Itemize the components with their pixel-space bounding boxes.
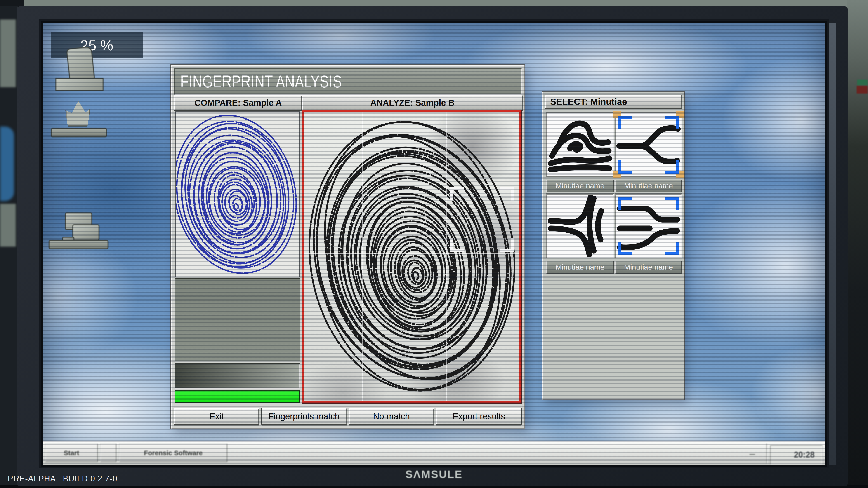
bracket-corner-icon bbox=[450, 238, 464, 252]
tray-divider bbox=[766, 444, 767, 464]
tray-collapse-icon: – bbox=[745, 448, 759, 459]
compare-header-label: COMPARE: Sample A bbox=[194, 98, 282, 108]
fingerprint-a-graphic bbox=[176, 111, 299, 277]
comparison-progress-fill bbox=[175, 391, 299, 402]
start-button[interactable]: Start bbox=[45, 444, 98, 462]
analyze-header-label: ANALYZE: Sample B bbox=[370, 98, 454, 108]
room-left-edge bbox=[0, 6, 18, 488]
bifurcation-icon[interactable] bbox=[615, 113, 682, 176]
minutiae-name-button[interactable]: Minutiae name bbox=[615, 261, 682, 273]
compare-info-box bbox=[175, 278, 300, 361]
window-title: FINGERPRINT ANALYSIS bbox=[175, 72, 342, 91]
sample-a-fingerprint-image[interactable] bbox=[175, 111, 300, 277]
minutiae-option-4[interactable]: Minutiae name bbox=[615, 194, 682, 273]
minutiae-name-button[interactable]: Minutiae name bbox=[615, 180, 682, 192]
bezel-inner-highlight bbox=[826, 23, 836, 465]
grid-line-horizontal bbox=[304, 253, 520, 254]
minutiae-name-button[interactable]: Minutiae name bbox=[546, 261, 614, 273]
crown-icon[interactable] bbox=[65, 100, 90, 127]
minutiae-option-2[interactable]: Minutiae name bbox=[615, 113, 682, 192]
analyze-sample-header: ANALYZE: Sample B bbox=[302, 95, 523, 110]
monitor-brand-label: SΛMSULE bbox=[393, 468, 475, 482]
no-match-button[interactable]: No match bbox=[349, 409, 434, 424]
quick-launch-button[interactable] bbox=[100, 444, 116, 462]
selection-brackets[interactable] bbox=[450, 187, 514, 252]
room-right-edge bbox=[847, 0, 868, 488]
minutiae-panel-header: SELECT: Minutiae bbox=[546, 95, 682, 108]
room-prop-green bbox=[857, 79, 868, 86]
fingerprints-match-button[interactable]: Fingerprints match bbox=[262, 409, 346, 424]
desktop-screen: 25 % FINGERPRINT ANALYSIS COMPARE: Sampl… bbox=[43, 23, 825, 465]
minutiae-name-button[interactable]: Minutiae name bbox=[546, 180, 614, 192]
room-prop bbox=[0, 20, 16, 87]
minutiae-option-3[interactable]: Minutiae name bbox=[546, 194, 614, 273]
window-title-bar[interactable]: FINGERPRINT ANALYSIS bbox=[174, 68, 522, 95]
sample-b-analysis-viewport[interactable] bbox=[302, 110, 521, 403]
game-screen: SΛMSULE 25 % FINGERPRINT ANALYSIS bbox=[0, 0, 868, 488]
forensic-software-task-button[interactable]: Forensic Software bbox=[119, 444, 227, 462]
window-button-row: Exit Fingerprints match No match Export … bbox=[174, 409, 521, 424]
minutiae-header-label: SELECT: Minutiae bbox=[550, 97, 627, 107]
taskbar-clock: 20:28 bbox=[770, 445, 822, 464]
exit-button[interactable]: Exit bbox=[174, 409, 259, 424]
grid-line-vertical bbox=[446, 112, 447, 401]
bracket-corner-icon bbox=[500, 187, 514, 201]
computer-icon-body[interactable] bbox=[72, 224, 99, 240]
shelf-icon bbox=[49, 240, 108, 249]
room-prop bbox=[0, 204, 16, 247]
ridge-split-icon[interactable] bbox=[615, 194, 682, 258]
arch-pattern-icon[interactable] bbox=[546, 113, 614, 176]
delta-pattern-icon[interactable] bbox=[546, 194, 614, 258]
build-version-label: PRE-ALPHA BUILD 0.2.7-0 bbox=[8, 474, 117, 484]
compare-sample-header: COMPARE: Sample A bbox=[174, 95, 302, 110]
fingerprint-analysis-window: FINGERPRINT ANALYSIS COMPARE: Sample A A… bbox=[171, 65, 525, 429]
comparison-progress-bar bbox=[175, 390, 300, 402]
bracket-corner-icon bbox=[450, 187, 464, 201]
minutiae-select-panel: SELECT: Minutiae Minutiae name bbox=[542, 92, 684, 400]
room-wall bbox=[0, 0, 868, 7]
grid-line-horizontal bbox=[304, 183, 520, 184]
room-prop-blue bbox=[0, 127, 14, 201]
export-results-button[interactable]: Export results bbox=[436, 409, 521, 424]
compare-meter-box bbox=[175, 363, 300, 389]
fingerprint-b-graphic bbox=[304, 112, 520, 401]
shelf-icon bbox=[51, 128, 107, 137]
room-prop-red bbox=[857, 86, 868, 94]
taskbar: Start Forensic Software – 20:28 bbox=[43, 441, 825, 465]
match-progress-badge: 25 % bbox=[51, 32, 143, 58]
bracket-corner-icon bbox=[500, 238, 514, 252]
stamp-icon-base[interactable] bbox=[55, 78, 103, 91]
stamp-icon[interactable] bbox=[66, 46, 95, 82]
grid-line-vertical bbox=[362, 112, 363, 401]
minutiae-option-1[interactable]: Minutiae name bbox=[546, 113, 614, 192]
